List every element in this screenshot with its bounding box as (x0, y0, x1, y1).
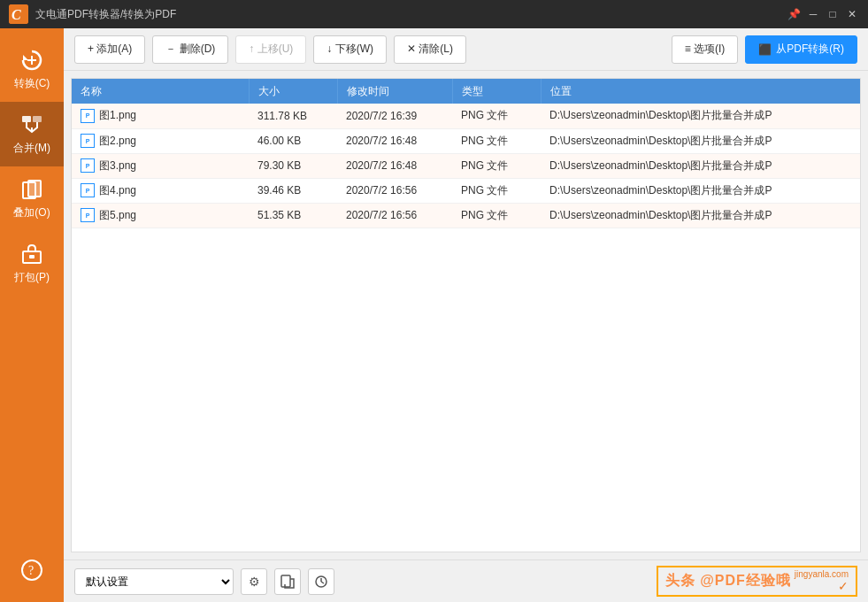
add-button[interactable]: + 添加(A) (74, 35, 145, 64)
close-button[interactable]: ✕ (845, 7, 859, 21)
settings-select[interactable]: 默认设置 (74, 568, 234, 595)
maximize-button[interactable]: □ (826, 7, 840, 21)
cell-location: D:\Users\zeonadmin\Desktop\图片批量合并成P (541, 153, 860, 178)
png-file-icon: P (81, 208, 95, 222)
cell-name: P图3.png (72, 153, 249, 178)
png-file-icon: P (81, 158, 95, 173)
cell-name: P图2.png (72, 128, 249, 153)
toolbar: + 添加(A) － 删除(D) ↑ 上移(U) ↓ 下移(W) ✕ 清除(L) … (64, 28, 868, 71)
history-button[interactable] (308, 568, 334, 595)
cell-location: D:\Users\zeonadmin\Desktop\图片批量合并成P (541, 178, 860, 203)
svg-rect-5 (22, 116, 31, 122)
help-icon: ? (19, 558, 44, 583)
gear-button[interactable]: ⚙ (241, 568, 267, 595)
cell-location: D:\Users\zeonadmin\Desktop\图片批量合并成P (541, 203, 860, 228)
sidebar-bottom: ? (19, 547, 44, 593)
col-header-type: 类型 (452, 79, 541, 104)
svg-text:C: C (12, 7, 21, 22)
sidebar-merge-label: 合并(M) (13, 141, 50, 156)
cell-size: 79.30 KB (249, 153, 337, 178)
file-list-container: 名称 大小 修改时间 类型 位置 P图1.png311.78 KB2020/7/… (71, 78, 861, 552)
cell-mtime: 2020/7/2 16:48 (337, 128, 452, 153)
sidebar-item-overlay[interactable]: 叠加(O) (0, 166, 64, 231)
clear-button[interactable]: ✕ 清除(L) (394, 35, 466, 64)
overlay-icon (19, 177, 44, 202)
table-row[interactable]: P图5.png51.35 KB2020/7/2 16:56PNG 文件D:\Us… (72, 203, 860, 228)
cell-type: PNG 文件 (452, 128, 541, 153)
cell-type: PNG 文件 (452, 104, 541, 128)
app-logo: C (9, 4, 28, 24)
sidebar-pack-label: 打包(P) (14, 270, 50, 285)
svg-text:?: ? (28, 564, 34, 577)
table-header: 名称 大小 修改时间 类型 位置 (72, 79, 860, 104)
file-table: 名称 大小 修改时间 类型 位置 P图1.png311.78 KB2020/7/… (72, 79, 860, 228)
title-bar-controls: 📌 ─ □ ✕ (787, 7, 859, 21)
help-button[interactable]: ? (19, 547, 44, 593)
sidebar-item-convert[interactable]: 转换(C) (0, 37, 64, 102)
col-header-name: 名称 (72, 79, 249, 104)
sidebar-item-pack[interactable]: 打包(P) (0, 231, 64, 296)
table-row[interactable]: P图1.png311.78 KB2020/7/2 16:39PNG 文件D:\U… (72, 104, 860, 128)
main-container: 转换(C) 合并(M) 叠加(O) (0, 28, 868, 602)
footer: 默认设置 ⚙ 头条 @PDF经验哦 jingyanla.com (64, 560, 868, 602)
cell-size: 311.78 KB (249, 104, 337, 128)
pack-icon (19, 242, 44, 266)
sidebar-overlay-label: 叠加(O) (13, 205, 50, 220)
import-button[interactable] (274, 568, 301, 595)
convert-icon-inline: ⬛ (758, 43, 772, 56)
title-bar-left: C 文电通PDF转换器/转换为PDF (9, 4, 176, 24)
svg-rect-9 (28, 181, 41, 197)
convert-icon (19, 48, 44, 73)
col-header-size: 大小 (249, 79, 337, 104)
convert-from-pdf-label: 从PDF转换(R) (776, 42, 844, 57)
cell-mtime: 2020/7/2 16:56 (337, 203, 452, 228)
down-button[interactable]: ↓ 下移(W) (313, 35, 387, 64)
sidebar-item-merge[interactable]: 合并(M) (0, 102, 64, 166)
cell-name: P图5.png (72, 203, 249, 228)
svg-rect-6 (33, 116, 42, 122)
cell-size: 39.46 KB (249, 178, 337, 203)
watermark-sub: jingyanla.com (795, 569, 849, 579)
window-title: 文电通PDF转换器/转换为PDF (35, 7, 176, 22)
cell-mtime: 2020/7/2 16:48 (337, 153, 452, 178)
svg-rect-11 (29, 255, 35, 259)
svg-line-17 (321, 582, 324, 583)
cell-location: D:\Users\zeonadmin\Desktop\图片批量合并成P (541, 104, 860, 128)
cell-size: 46.00 KB (249, 128, 337, 153)
minimize-button[interactable]: ─ (806, 7, 820, 21)
table-row[interactable]: P图2.png46.00 KB2020/7/2 16:48PNG 文件D:\Us… (72, 128, 860, 153)
col-header-mtime: 修改时间 (337, 79, 452, 104)
table-row[interactable]: P图3.png79.30 KB2020/7/2 16:48PNG 文件D:\Us… (72, 153, 860, 178)
merge-icon (19, 112, 44, 137)
sidebar: 转换(C) 合并(M) 叠加(O) (0, 28, 64, 602)
cell-size: 51.35 KB (249, 203, 337, 228)
checkmark-icon: ✓ (838, 579, 849, 593)
col-header-location: 位置 (541, 79, 860, 104)
cell-mtime: 2020/7/2 16:39 (337, 104, 452, 128)
cell-type: PNG 文件 (452, 153, 541, 178)
png-file-icon: P (81, 134, 95, 148)
png-file-icon: P (81, 109, 95, 123)
cell-type: PNG 文件 (452, 203, 541, 228)
up-button[interactable]: ↑ 上移(U) (235, 35, 306, 64)
png-file-icon: P (81, 183, 95, 197)
svg-rect-14 (281, 575, 290, 587)
title-bar: C 文电通PDF转换器/转换为PDF 📌 ─ □ ✕ (0, 0, 868, 28)
content-area: + 添加(A) － 删除(D) ↑ 上移(U) ↓ 下移(W) ✕ 清除(L) … (64, 28, 868, 602)
pin-button[interactable]: 📌 (787, 7, 801, 21)
cell-location: D:\Users\zeonadmin\Desktop\图片批量合并成P (541, 128, 860, 153)
cell-name: P图4.png (72, 178, 249, 203)
cell-name: P图1.png (72, 104, 249, 128)
watermark-text: 头条 @PDF经验哦 (665, 572, 791, 590)
sidebar-convert-label: 转换(C) (14, 76, 50, 91)
file-tbody: P图1.png311.78 KB2020/7/2 16:39PNG 文件D:\U… (72, 104, 860, 228)
options-button[interactable]: ≡ 选项(I) (672, 35, 739, 64)
table-row[interactable]: P图4.png39.46 KB2020/7/2 16:56PNG 文件D:\Us… (72, 178, 860, 203)
delete-button[interactable]: － 删除(D) (152, 35, 228, 64)
cell-type: PNG 文件 (452, 178, 541, 203)
convert-from-pdf-button[interactable]: ⬛ 从PDF转换(R) (745, 35, 857, 64)
watermark: 头条 @PDF经验哦 jingyanla.com ✓ (657, 566, 857, 597)
cell-mtime: 2020/7/2 16:56 (337, 178, 452, 203)
